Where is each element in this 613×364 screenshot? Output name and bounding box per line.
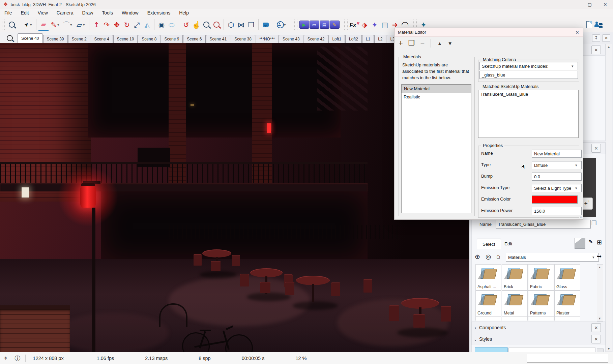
folder-ground[interactable]: Ground: [475, 291, 501, 317]
scene-tab[interactable]: Scene 4: [91, 35, 113, 43]
search-tool-icon[interactable]: [7, 19, 17, 30]
fx-icon[interactable]: Fx✖: [349, 19, 359, 30]
menu-window[interactable]: Window: [117, 10, 143, 16]
name-input[interactable]: New Material: [532, 150, 582, 158]
folder-fabric[interactable]: Fabric: [528, 264, 554, 291]
render-settings-icon[interactable]: ✎: [329, 19, 340, 30]
scene-tab[interactable]: Scene 41: [206, 35, 231, 43]
folder-metal[interactable]: Metal: [502, 291, 528, 317]
arc-dropdown-caret[interactable]: ▾: [70, 23, 74, 27]
scene-search-icon[interactable]: [5, 34, 15, 42]
pushpull-tool-icon[interactable]: ↥: [91, 19, 101, 30]
styles-panel-header[interactable]: ⌄ Styles: [471, 333, 606, 345]
eraser-tool-icon[interactable]: ▰: [38, 19, 49, 31]
menu-draw[interactable]: Draw: [78, 10, 98, 16]
in-model-icon[interactable]: ⌂: [496, 252, 500, 260]
folder-scrollbar[interactable]: ▲ ▼: [597, 264, 603, 322]
menu-file[interactable]: File: [0, 10, 17, 16]
toolbar-grip[interactable]: [2, 20, 5, 30]
menu-tools[interactable]: Tools: [97, 10, 117, 16]
components-panel-header[interactable]: › Components: [471, 322, 606, 334]
material-editor-titlebar[interactable]: Material Editor: [395, 28, 583, 37]
create-material-icon[interactable]: ⊕: [475, 253, 480, 261]
material-cube-icon[interactable]: ⬗: [359, 19, 370, 30]
dialog-resize-grip[interactable]: ⠿: [580, 215, 582, 219]
folder-patterns[interactable]: Patterns: [528, 291, 554, 317]
collection-dropdown[interactable]: Materials ▾: [506, 253, 599, 262]
add-material-button[interactable]: +: [399, 39, 403, 48]
warehouse-3d-icon[interactable]: ⬡: [226, 19, 236, 30]
active-material-swatch[interactable]: [575, 238, 585, 249]
script-icon[interactable]: ▤: [380, 19, 390, 30]
materials-list-item-selected[interactable]: New Material: [402, 85, 471, 93]
toolbar-grip[interactable]: [294, 20, 297, 30]
measurements-input[interactable]: [527, 354, 608, 363]
scene-tab[interactable]: Scene 10: [113, 35, 138, 43]
matched-material-item[interactable]: Translucent_Glass_Blue: [478, 90, 578, 98]
texture-set-icon[interactable]: ◎: [486, 253, 491, 261]
scene-tab[interactable]: L1: [362, 35, 374, 43]
copy-name-icon[interactable]: ❐: [591, 220, 596, 227]
tab-edit[interactable]: Edit: [499, 239, 518, 249]
components-close-icon[interactable]: ✕: [591, 323, 601, 332]
tab-select[interactable]: Select: [477, 239, 501, 249]
panel-close-icon[interactable]: ✕: [591, 46, 601, 54]
scene-tab[interactable]: Scene 8: [138, 35, 160, 43]
bump-input[interactable]: 0.0: [532, 173, 582, 181]
scene-tab[interactable]: ***NO***: [256, 35, 279, 43]
tray-close-icon[interactable]: ✕: [602, 34, 610, 42]
paint-bucket-tool-icon[interactable]: ⬭: [167, 19, 177, 30]
rotate-tool-icon[interactable]: ↻: [122, 19, 132, 30]
secondary-pane-icon[interactable]: ➥: [597, 253, 602, 260]
zoom-extents-tool-icon[interactable]: [211, 19, 222, 30]
extension-warehouse-icon[interactable]: ⋈: [236, 19, 246, 30]
select-tool-icon[interactable]: ➤: [19, 17, 34, 32]
scale-tool-icon[interactable]: ⤢: [132, 19, 142, 30]
tray-scrollbar[interactable]: ▲ ▼: [606, 44, 612, 352]
menu-edit[interactable]: Edit: [17, 10, 33, 16]
move-down-button[interactable]: ▼: [447, 40, 453, 46]
matching-filter-input[interactable]: _glass_blue: [479, 71, 578, 79]
scene-tab[interactable]: Scene 6: [183, 35, 205, 43]
ai-generate-icon[interactable]: ✦: [370, 19, 380, 30]
geolocation-icon[interactable]: ⌖: [4, 355, 7, 362]
scene-tab[interactable]: Scene 40: [18, 33, 43, 43]
maximize-button[interactable]: ▢: [582, 0, 597, 9]
scene-tab[interactable]: Scene 9: [160, 35, 183, 43]
move-up-button[interactable]: ▲: [437, 40, 442, 46]
move-tool-icon[interactable]: ✥: [112, 19, 122, 30]
folder-plaster[interactable]: Plaster: [554, 291, 580, 317]
render-icon[interactable]: ▶: [299, 19, 309, 30]
account-dropdown-caret[interactable]: ▾: [284, 23, 288, 27]
emission-power-input[interactable]: 150.0: [532, 207, 582, 215]
render-animation-icon[interactable]: ▤: [319, 19, 329, 30]
emission-type-dropdown[interactable]: Select a Light Type ▾: [532, 184, 582, 192]
scene-tab[interactable]: Scene 38: [231, 35, 255, 43]
new-document-icon[interactable]: [584, 19, 594, 30]
scene-tab[interactable]: Scene 43: [279, 35, 303, 43]
folder-glass[interactable]: Glass: [554, 264, 580, 291]
scene-tab[interactable]: Loft2: [345, 35, 362, 43]
material-name-input[interactable]: Translucent_Glass_Blue: [496, 220, 591, 229]
scene-tab[interactable]: L2: [374, 35, 386, 43]
chat-icon[interactable]: [261, 19, 271, 30]
type-dropdown[interactable]: Diffuse ▾: [532, 161, 582, 169]
folder-asphalt[interactable]: Asphalt ...: [475, 264, 501, 291]
minimize-button[interactable]: –: [566, 0, 582, 9]
material-editor-close-icon[interactable]: ✕: [574, 29, 580, 35]
menu-extensions[interactable]: Extensions: [143, 10, 175, 16]
tray-pin-icon[interactable]: ↧: [592, 34, 600, 42]
collaborators-icon[interactable]: [594, 19, 604, 30]
duplicate-material-button[interactable]: ❐: [408, 39, 415, 48]
tape-measure-tool-icon[interactable]: ◉: [156, 19, 167, 30]
scene-tab[interactable]: Scene 42: [304, 35, 328, 43]
scene-tab[interactable]: Scene 2: [68, 35, 90, 43]
info-icon[interactable]: ⓘ: [15, 355, 21, 362]
pencil-dropdown-caret[interactable]: ▾: [57, 23, 61, 27]
materials-panel-close-icon[interactable]: ✕: [591, 144, 601, 153]
remove-material-button[interactable]: −: [420, 39, 425, 48]
menu-camera[interactable]: Camera: [52, 10, 78, 16]
styles-close-icon[interactable]: ✕: [591, 335, 601, 343]
share-model-icon[interactable]: ❐: [246, 19, 256, 30]
materials-list[interactable]: New Material Realistic: [401, 84, 471, 213]
